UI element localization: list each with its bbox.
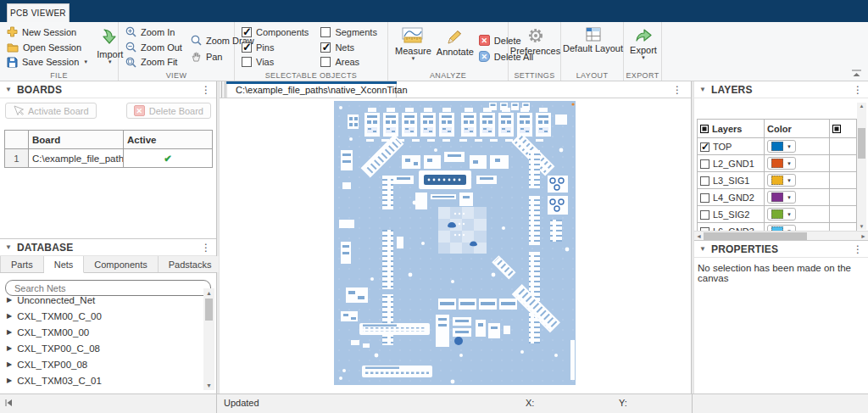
annotate-button[interactable]: Annotate (437, 25, 474, 70)
tab-menu-icon[interactable]: ⋮ (672, 84, 682, 96)
layer-visibility-checkbox[interactable] (700, 159, 709, 169)
tab-components[interactable]: Components (84, 256, 158, 272)
nets-scrollbar[interactable]: ▲ ▼ (203, 288, 214, 390)
layer-visibility-checkbox[interactable] (700, 193, 709, 203)
expand-triangle-icon[interactable]: ▶ (7, 328, 12, 336)
expand-triangle-icon[interactable]: ▶ (7, 312, 12, 320)
net-list-item[interactable]: ▶CXL_TXM00_C_00 (0, 308, 203, 324)
hand-icon (191, 51, 202, 62)
expand-triangle-icon[interactable]: ▶ (7, 296, 12, 304)
layer-visibility-checkbox[interactable] (700, 142, 709, 152)
areas-checkbox[interactable] (320, 57, 331, 67)
layer-visibility-checkbox[interactable] (700, 176, 709, 186)
scrollbar-thumb[interactable] (704, 232, 807, 240)
net-list-item[interactable]: ▶CXL_TXP00_C_08 (0, 340, 203, 356)
zoom-fit-button[interactable]: Zoom Fit (125, 55, 182, 69)
collapse-chevron-icon[interactable]: ▼ (699, 86, 706, 93)
expand-triangle-icon[interactable]: ▶ (7, 360, 12, 368)
net-list-item[interactable]: ▶CXL_TXM03_C_01 (0, 372, 203, 388)
board-row[interactable]: 1 C:\example_file_paths\... ✔ (5, 149, 213, 168)
measure-button[interactable]: Measure ▼ (395, 25, 431, 70)
scrollbar-thumb[interactable] (205, 299, 213, 321)
export-button[interactable]: Export ▼ (631, 25, 656, 70)
ribbon-tab-pcb-viewer[interactable]: PCB VIEWER (7, 3, 70, 22)
checkbox-components[interactable]: Components (242, 25, 309, 39)
panel-menu-icon[interactable]: ⋮ (201, 242, 211, 254)
delete-board-button[interactable]: ✕ Delete Board (126, 103, 211, 119)
nets-checkbox[interactable] (320, 42, 331, 53)
collapse-ribbon-icon[interactable] (851, 69, 863, 77)
layer-color-dropdown[interactable]: ▼ (767, 191, 796, 204)
collapse-chevron-icon[interactable]: ▼ (5, 86, 12, 93)
layer-row[interactable]: L2_GND1 ▼ (698, 155, 857, 172)
layer-row[interactable]: L5_SIG2 ▼ (698, 206, 857, 223)
save-session-button[interactable]: Save Session ▼ (7, 55, 88, 69)
tab-nets[interactable]: Nets (44, 256, 85, 273)
database-tabs: Parts Nets Components Padstacks (0, 256, 216, 273)
tab-parts[interactable]: Parts (1, 256, 44, 272)
zoom-out-icon (125, 42, 136, 53)
select-all-checkbox-icon[interactable] (832, 125, 841, 133)
layers-table-header: Layers Color (698, 120, 857, 138)
scrollbar-thumb[interactable] (858, 128, 865, 159)
chevron-down-icon[interactable]: ▼ (83, 59, 88, 64)
default-layout-button[interactable]: Default Layout (568, 25, 618, 70)
activate-board-button[interactable]: Activate Board (5, 103, 97, 119)
layer-color-dropdown[interactable]: ▼ (767, 157, 796, 170)
zoom-in-button[interactable]: Zoom In (125, 25, 182, 39)
layer-color-dropdown[interactable]: ▼ (767, 140, 796, 153)
chevron-down-icon[interactable]: ▼ (108, 59, 113, 64)
expand-triangle-icon[interactable]: ▶ (7, 377, 12, 384)
scroll-down-icon[interactable]: ▼ (203, 381, 214, 390)
ribbon-group-view: Zoom In Zoom Out Zoom Fit Zoom Draw (119, 22, 235, 81)
scroll-up-icon[interactable]: ▲ (857, 103, 866, 109)
scroll-to-start-icon[interactable] (4, 399, 13, 409)
folder-icon (7, 42, 19, 53)
expand-triangle-icon[interactable]: ▶ (7, 344, 12, 352)
preferences-button[interactable]: Preferences (515, 25, 555, 70)
panel-menu-icon[interactable]: ⋮ (201, 84, 211, 96)
layers-vertical-scrollbar[interactable]: ▲ ▼ (857, 103, 866, 230)
layers-horizontal-scrollbar[interactable]: ◄ ► (694, 231, 868, 240)
collapse-chevron-icon[interactable]: ▼ (5, 243, 12, 251)
panel-menu-icon[interactable]: ⋮ (853, 84, 863, 96)
net-list-item[interactable]: ▶Unconnected_Net (0, 292, 203, 308)
checkbox-vias[interactable]: Vias (242, 55, 309, 69)
pcb-canvas[interactable] (220, 98, 691, 393)
scroll-up-icon[interactable]: ▲ (203, 288, 214, 298)
layer-color-dropdown[interactable]: ▼ (767, 174, 796, 187)
collapse-chevron-icon[interactable]: ▼ (699, 245, 706, 253)
open-session-button[interactable]: Open Session (7, 41, 88, 54)
chevron-down-icon[interactable]: ▼ (641, 55, 646, 60)
segments-checkbox[interactable] (320, 27, 331, 37)
layer-row[interactable]: L4_GND2 ▼ (698, 189, 857, 206)
layer-row[interactable]: L3_SIG1 ▼ (698, 172, 857, 189)
layer-row[interactable]: L6_GND3 ▼ (698, 223, 857, 232)
layer-color-dropdown[interactable]: ▼ (767, 208, 796, 220)
net-list-item[interactable]: ▶CXL_TXP00_08 (0, 356, 203, 372)
vias-checkbox[interactable] (242, 57, 252, 67)
checkbox-areas[interactable]: Areas (320, 55, 377, 69)
scroll-down-icon[interactable]: ▼ (857, 224, 866, 229)
layer-row[interactable]: TOP ▼ (698, 138, 857, 155)
left-panel-hscrollbar[interactable] (0, 394, 217, 413)
net-list-item[interactable]: ▶CXL_TXM00_00 (0, 324, 203, 340)
checkbox-nets[interactable]: Nets (320, 41, 377, 54)
new-session-button[interactable]: New Session (7, 25, 88, 39)
tab-padstacks[interactable]: Padstacks (159, 256, 223, 272)
pins-checkbox[interactable] (242, 42, 252, 53)
layer-visibility-checkbox[interactable] (700, 210, 709, 220)
chevron-down-icon[interactable]: ▼ (410, 56, 415, 61)
database-panel-header: ▼ DATABASE ⋮ (0, 239, 216, 256)
select-all-checkbox-icon[interactable] (700, 125, 709, 133)
database-panel: ▼ DATABASE ⋮ Parts Nets Components Padst… (0, 238, 216, 393)
checkbox-pins[interactable]: Pins (242, 41, 309, 54)
layer-color-dropdown[interactable]: ▼ (767, 225, 796, 231)
row-number: 1 (5, 149, 29, 168)
document-tab[interactable]: C:\example_file_paths\native_XconnTitan (227, 81, 397, 98)
board-path-cell[interactable]: C:\example_file_paths\... (29, 149, 124, 168)
zoom-out-button[interactable]: Zoom Out (125, 41, 182, 54)
panel-menu-icon[interactable]: ⋮ (853, 243, 863, 255)
components-checkbox[interactable] (242, 27, 252, 37)
checkbox-segments[interactable]: Segments (320, 25, 377, 39)
